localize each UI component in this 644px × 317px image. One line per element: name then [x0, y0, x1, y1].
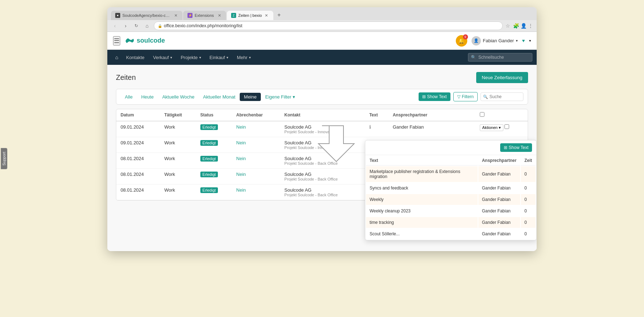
badge-erledigt-2: Erledigt [200, 156, 218, 162]
heart-icon[interactable]: ♥ [522, 38, 525, 43]
cell-abrechenbar-3: Nein [232, 169, 280, 184]
notification-bell[interactable]: 🔔 9 [456, 35, 467, 47]
browser-toolbar: ‹ › ↻ ⌂ 🔒 office.bexio.com/index.php/mon… [107, 20, 537, 32]
cell-taetigkeit-4: Work [160, 184, 196, 200]
popup-text-5: Scout Söllerle... [366, 229, 478, 239]
badge-erledigt-0: Erledigt [200, 124, 218, 130]
bookmark-icon[interactable]: ☆ [506, 23, 510, 29]
select-all-checkbox[interactable] [480, 112, 484, 117]
tab-favicon-github: ● [115, 13, 120, 18]
info-icon-0[interactable]: ℹ [369, 124, 371, 130]
table-search-wrapper: 🔍 [480, 92, 523, 101]
page-content: Zeiten Neue Zeiterfassung Alle Heute Akt… [107, 65, 537, 251]
nav-home-button[interactable]: ⌂ [112, 50, 122, 65]
link-nein-4[interactable]: Nein [236, 187, 246, 193]
address-bar[interactable]: 🔒 office.bexio.com/index.php/monitoring/… [154, 21, 503, 30]
user-dropdown-arrow: ▾ [516, 39, 518, 43]
filter-tab-aktuelle-woche[interactable]: Aktuelle Woche [158, 93, 199, 101]
row-checkbox-0[interactable] [504, 124, 509, 129]
show-text-button[interactable]: ⊞ Show Text [419, 92, 450, 101]
col-kontakt: Kontakt [280, 109, 365, 121]
popup-tbody: Marketplace publisher registration & Ext… [366, 166, 536, 239]
support-tab[interactable]: Support [1, 148, 7, 169]
table-header: Datum Tätigkeit Status Abrechenbar Konta… [116, 109, 528, 121]
logo-text: soulcode [137, 37, 165, 44]
tab-label-zeiten: Zeiten | bexio [238, 13, 262, 18]
tab-extensions[interactable]: ⚡ Extensions ✕ [183, 11, 226, 20]
popup-zeit-1: 0 [521, 183, 536, 193]
new-tab-button[interactable]: + [274, 10, 284, 20]
forward-button[interactable]: › [122, 22, 130, 30]
popup-zeit-5: 0 [521, 229, 536, 239]
nav-mehr-label: Mehr [237, 55, 248, 60]
popup-zeit-0: 0 [521, 166, 536, 182]
browser-tabs: ● SoulcodeAgency/bexio-chrom... ✕ ⚡ Exte… [111, 10, 533, 20]
nav-search-input[interactable] [468, 53, 532, 62]
home-button[interactable]: ⌂ [143, 22, 151, 30]
filter-tab-meine[interactable]: Meine [240, 93, 261, 101]
profile-icon[interactable]: 👤 [521, 23, 527, 29]
back-button[interactable]: ‹ [111, 22, 119, 30]
col-ansprechpartner: Ansprechpartner [389, 109, 448, 121]
popup-table-row: Weekly Gander Fabian 0 [366, 194, 536, 205]
cell-status-3: Erledigt [196, 169, 232, 184]
aktionen-button-0[interactable]: Aktionen ▾ [480, 124, 503, 131]
link-nein-3[interactable]: Nein [236, 172, 246, 177]
neue-zeiterfassung-button[interactable]: Neue Zeiterfassung [476, 72, 528, 83]
popup-zeit-3: 0 [521, 206, 536, 216]
tab-close-extensions[interactable]: ✕ [217, 13, 222, 18]
cell-abrechenbar-4: Nein [232, 184, 280, 200]
nav-mehr[interactable]: Mehr ▾ [233, 50, 255, 65]
support-label: Support [2, 152, 6, 165]
address-text: office.bexio.com/index.php/monitoring/li… [164, 23, 242, 28]
badge-erledigt-4: Erledigt [200, 187, 218, 193]
link-nein-0[interactable]: Nein [236, 124, 246, 130]
filter-button[interactable]: ▽ Filtern [453, 92, 478, 101]
nav-einkauf[interactable]: Einkauf ▾ [205, 50, 233, 65]
app-content: ☰ soulcode 🔔 9 👤 Fabian Gander ▾ ♥ ▾ [107, 32, 537, 251]
refresh-button[interactable]: ↻ [132, 22, 140, 30]
popup-table-row: Syncs and feedback Gander Fabian 0 [366, 183, 536, 193]
kontakt-sub-1: Projekt Soulcode - Innovation [284, 145, 361, 150]
tab-close-github[interactable]: ✕ [173, 13, 178, 18]
cell-actions-0: Aktionen ▾ [475, 121, 528, 137]
popup-ansprechpartner-0: Gander Fabian [478, 166, 520, 182]
nav-search-wrapper: 🔍 [468, 53, 532, 62]
tab-zeiten[interactable]: Z Zeiten | bexio ✕ [227, 11, 273, 20]
popup-show-text-button[interactable]: ⊞ Show Text [500, 143, 532, 152]
extension-icon[interactable]: 🧩 [513, 23, 519, 29]
kontakt-main-4: Soulcode AG [284, 187, 361, 193]
nav-einkauf-arrow: ▾ [226, 56, 228, 59]
popup-text-4: time tracking [366, 217, 478, 228]
filter-tab-aktueller-monat[interactable]: Aktueller Monat [199, 93, 239, 101]
popup-table: Text Ansprechpartner Zeit Marketplace pu… [365, 155, 536, 240]
link-nein-1[interactable]: Nein [236, 140, 246, 145]
cell-datum-0: 09.01.2024 [116, 121, 160, 137]
hamburger-menu[interactable]: ☰ [113, 36, 120, 45]
popup-ansprechpartner-1: Gander Fabian [478, 183, 520, 193]
user-name: Fabian Gander [483, 38, 514, 43]
heart-dropdown-arrow: ▾ [529, 39, 531, 43]
tab-close-zeiten[interactable]: ✕ [264, 13, 269, 18]
nav-mehr-arrow: ▾ [249, 56, 251, 59]
toolbar-icons: 🧩 👤 ⋮ [513, 23, 533, 29]
notification-badge: 9 [463, 34, 468, 39]
filter-tab-heute[interactable]: Heute [137, 93, 158, 101]
kontakt-main-0: Soulcode AG [284, 124, 361, 130]
lock-icon: 🔒 [158, 24, 162, 28]
tab-github[interactable]: ● SoulcodeAgency/bexio-chrom... ✕ [111, 11, 182, 20]
tab-favicon-zeiten: Z [231, 13, 236, 18]
menu-icon[interactable]: ⋮ [528, 23, 533, 29]
nav-kontakte[interactable]: Kontakte [122, 50, 148, 65]
header-right: 🔔 9 👤 Fabian Gander ▾ ♥ ▾ [456, 35, 531, 47]
link-nein-2[interactable]: Nein [236, 156, 246, 161]
popup-show-text-label: Show Text [509, 145, 528, 150]
nav-verkauf[interactable]: Verkauf ▾ [149, 50, 176, 65]
browser-chrome: ● SoulcodeAgency/bexio-chrom... ✕ ⚡ Exte… [107, 7, 537, 20]
user-info[interactable]: 👤 Fabian Gander ▾ [472, 36, 518, 45]
kontakt-main-2: Soulcode AG [284, 156, 361, 161]
nav-search: 🔍 [468, 53, 532, 62]
filter-tab-alle[interactable]: Alle [121, 93, 137, 101]
nav-projekte[interactable]: Projekte ▾ [176, 50, 205, 65]
filter-tab-eigene-filter[interactable]: Eigene Filter ▾ [261, 93, 299, 101]
